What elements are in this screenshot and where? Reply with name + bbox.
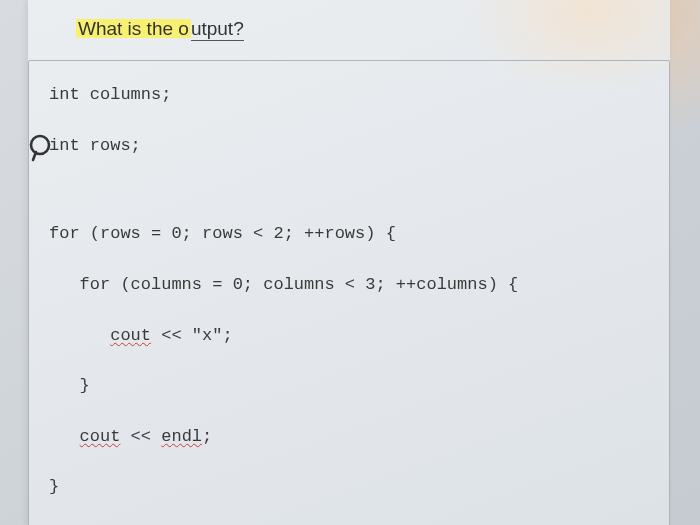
question-highlighted-part: What is the o	[76, 18, 191, 39]
squiggle-endl: endl	[161, 427, 202, 446]
question-rest: utput?	[191, 18, 244, 41]
code-line: int columns;	[49, 83, 649, 108]
code-line: }	[49, 374, 649, 399]
question-heading: What is the output?	[76, 18, 244, 40]
page-surface: What is the output? int columns; int row…	[28, 0, 670, 525]
code-box: int columns; int rows; for (rows = 0; ro…	[28, 60, 670, 525]
code-line: }	[49, 475, 649, 500]
code-line: cout << "x";	[49, 324, 649, 349]
squiggle-cout: cout	[80, 427, 121, 446]
code-line: for (rows = 0; rows < 2; ++rows) {	[49, 222, 649, 247]
svg-point-0	[31, 136, 49, 154]
comment-bubble-icon	[25, 133, 55, 163]
code-line: cout << endl;	[49, 425, 649, 450]
code-line: int rows;	[49, 134, 649, 159]
squiggle-cout: cout	[110, 326, 151, 345]
code-line: for (columns = 0; columns < 3; ++columns…	[49, 273, 649, 298]
